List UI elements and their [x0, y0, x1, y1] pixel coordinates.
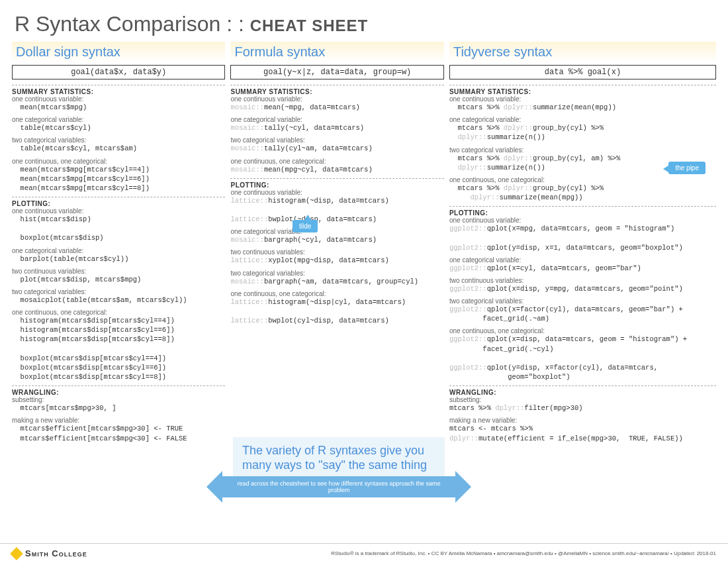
title-bold: CHEAT SHEET [250, 17, 369, 34]
item-label: one categorical variable: [12, 247, 225, 254]
item: subsetting: mtcars[mtcars$mpg>30, ] [12, 396, 225, 413]
item: one continuous, one categorical:ggplot2:… [449, 327, 716, 382]
item: making a new variable: mtcars$efficient[… [12, 417, 225, 442]
column-heading: Dollar sign syntax [16, 44, 221, 60]
diamond-icon [10, 547, 23, 560]
item: one continuous, one categorical:lattice:… [230, 290, 443, 326]
item: one continuous, one categorical: mtcars … [449, 176, 716, 202]
item: two categorical variables: mosaicplot(ta… [12, 288, 225, 305]
item-label: one continuous variable: [12, 207, 225, 215]
item-label: two continuous variables: [230, 248, 443, 256]
item: two continuous variables:lattice::xyplot… [230, 248, 443, 265]
code-snippet: ggplot2::qplot(x=cyl, data=mtcars, geom=… [449, 264, 716, 273]
item-label: one categorical variable: [449, 256, 716, 264]
item: one categorical variable:ggplot2::qplot(… [449, 256, 716, 273]
page-title: R Syntax Comparison : : CHEAT SHEET [0, 0, 728, 42]
item-label: one categorical variable: [230, 228, 443, 235]
item-label: subsetting: [449, 396, 716, 403]
item: two categorical variables:ggplot2::qplot… [449, 297, 716, 323]
goal-box: data %>% goal(x) [449, 65, 716, 79]
item-label: two continuous variables: [12, 268, 225, 275]
item-label: subsetting: [12, 396, 225, 403]
item-label: one continuous, one categorical: [449, 176, 716, 183]
item: one continuous variable: mtcars %>% dply… [449, 95, 716, 112]
item-label: two categorical variables: [230, 270, 443, 277]
item: one continuous variable:mosaic::mean(~mp… [230, 95, 443, 112]
footer-logo: Smith College [12, 548, 87, 558]
column: Tidyverse syntaxdata %>% goal(x)SUMMARY … [449, 42, 716, 447]
code-snippet: mtcars[mtcars$mpg>30, ] [12, 403, 225, 413]
item-label: one continuous, one categorical: [230, 158, 443, 165]
section-title: WRANGLING: [449, 385, 716, 396]
callout-arrow-bar: read across the cheatsheet to see how di… [222, 476, 455, 497]
code-snippet: mtcars %>% dplyr::summarize(mean(mpg)) [449, 103, 716, 112]
code-snippet: plot(mtcars$disp, mtcars$mpg) [12, 275, 225, 284]
item-label: one categorical variable: [230, 116, 443, 123]
code-snippet: hist(mtcars$disp) boxplot(mtcars$disp) [12, 215, 225, 243]
section-title: SUMMARY STATISTICS: [230, 85, 443, 95]
item-label: two categorical variables: [230, 136, 443, 144]
callout-box: The variety of R syntaxes give you many … [233, 437, 445, 497]
column: Dollar sign syntaxgoal(data$x, data$y)SU… [12, 42, 225, 447]
section-title: PLOTTING: [12, 197, 225, 207]
footer-credits: RStudio® is a trademark of RStudio, Inc.… [331, 550, 716, 556]
item: one continuous variable: hist(mtcars$dis… [12, 207, 225, 243]
item-label: making a new variable: [449, 417, 716, 424]
item: two continuous variables:ggplot2::qplot(… [449, 277, 716, 293]
item-label: two categorical variables: [12, 288, 225, 295]
item-label: two categorical variables: [12, 136, 225, 144]
code-snippet: table(mtcars$cyl) [12, 123, 225, 132]
column-header: Dollar sign syntax [12, 42, 225, 62]
columns: Dollar sign syntaxgoal(data$x, data$y)SU… [0, 42, 728, 447]
item: one categorical variable:mosaic::bargrap… [230, 228, 443, 244]
item-label: two categorical variables: [449, 146, 716, 154]
item: two categorical variables: table(mtcars$… [12, 136, 225, 153]
code-snippet: table(mtcars$cyl, mtcars$am) [12, 144, 225, 153]
item-label: one continuous, one categorical: [12, 158, 225, 165]
code-snippet: barplot(table(mtcars$cyl)) [12, 254, 225, 264]
column-heading: Tidyverse syntax [453, 44, 712, 60]
item-label: one categorical variable: [449, 116, 716, 123]
code-snippet: mosaic::mean(mpg~cyl, data=mtcars) [230, 165, 443, 174]
item: one continuous variable:lattice::histogr… [230, 189, 443, 225]
item-label: one continuous, one categorical: [12, 309, 225, 316]
item-label: one continuous variable: [449, 217, 716, 224]
item: making a new variable:mtcars <- mtcars %… [449, 417, 716, 442]
item-label: one continuous, one categorical: [230, 290, 443, 297]
tilde-callout-badge: tilde [293, 220, 318, 232]
item-label: one categorical variable: [12, 116, 225, 123]
code-snippet: lattice::histogram(~disp|cyl, data=mtcar… [230, 297, 443, 326]
item: one continuous variable:ggplot2::qplot(x… [449, 217, 716, 252]
item-label: two categorical variables: [449, 297, 716, 305]
code-snippet: mtcars %>% dplyr::filter(mpg>30) [449, 403, 716, 413]
item: one categorical variable: barplot(table(… [12, 247, 225, 264]
item: one continuous variable: mean(mtcars$mpg… [12, 95, 225, 112]
item-label: one continuous variable: [449, 95, 716, 103]
item: one categorical variable:mosaic::tally(~… [230, 116, 443, 132]
column-header: Formula syntax [230, 42, 443, 62]
item: subsetting:mtcars %>% dplyr::filter(mpg>… [449, 396, 716, 413]
code-snippet: ggplot2::qplot(x=mpg, data=mtcars, geom … [449, 224, 716, 252]
column-header: Tidyverse syntax [449, 42, 716, 62]
item-label: one continuous variable: [230, 95, 443, 103]
section-title: SUMMARY STATISTICS: [449, 85, 716, 95]
item: one continuous, one categorical: histogr… [12, 309, 225, 382]
section-title: WRANGLING: [12, 385, 225, 396]
code-snippet: mosaic::tally(cyl~am, data=mtcars) [230, 144, 443, 153]
item-label: one continuous variable: [12, 95, 225, 103]
code-snippet: ggplot2::qplot(x=disp, data=mtcars, geom… [449, 334, 716, 382]
goal-box: goal(data$x, data$y) [12, 65, 225, 79]
code-snippet: ggplot2::qplot(x=factor(cyl), data=mtcar… [449, 305, 716, 323]
item: one continuous, one categorical: mean(mt… [12, 158, 225, 193]
item-label: making a new variable: [12, 417, 225, 424]
code-snippet: mtcars %>% dplyr::group_by(cyl) %>% dply… [449, 183, 716, 202]
item-label: two continuous variables: [449, 277, 716, 284]
footer-logo-text: Smith College [25, 548, 87, 558]
item: two continuous variables: plot(mtcars$di… [12, 268, 225, 284]
code-snippet: mean(mtcars$mpg[mtcars$cyl==4]) mean(mtc… [12, 165, 225, 193]
section-title: PLOTTING: [230, 178, 443, 189]
code-snippet: mosaic::tally(~cyl, data=mtcars) [230, 123, 443, 132]
column-heading: Formula syntax [234, 44, 439, 60]
title-light: R Syntax Comparison : : [15, 12, 250, 36]
goal-box: goal(y~x|z, data=data, group=w) [230, 65, 443, 79]
